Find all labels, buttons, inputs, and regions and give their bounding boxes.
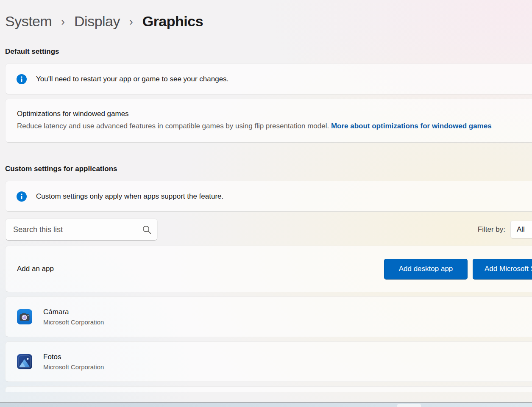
- restart-info-banner: You'll need to restart your app or game …: [5, 64, 532, 94]
- info-icon: [17, 191, 27, 202]
- chevron-right-icon: ›: [61, 14, 65, 28]
- search-box: [5, 219, 158, 241]
- add-microsoft-store-app-button[interactable]: Add Microsoft Store app: [473, 259, 532, 280]
- windowed-games-description-text: Reduce latency and use advanced features…: [17, 122, 331, 130]
- breadcrumb-display[interactable]: Display: [74, 13, 120, 30]
- filter-by-label: Filter by:: [478, 225, 505, 234]
- app-publisher: Microsoft Corporation: [43, 363, 104, 371]
- custom-settings-info-banner: Custom settings only apply when apps sup…: [5, 181, 532, 212]
- search-input[interactable]: [6, 219, 157, 240]
- app-row-photos[interactable]: Fotos Microsoft Corporation: [5, 341, 532, 382]
- section-title-default-settings: Default settings: [5, 47, 532, 57]
- app-row-partial[interactable]: [5, 386, 532, 392]
- windowed-games-description: Reduce latency and use advanced features…: [17, 120, 526, 132]
- photos-app-icon: [17, 354, 32, 369]
- search-icon[interactable]: [142, 225, 151, 234]
- taskbar-button-highlight[interactable]: [397, 404, 421, 407]
- breadcrumb: System › Display › Graphics: [5, 10, 532, 32]
- restart-info-text: You'll need to restart your app or game …: [36, 75, 228, 83]
- add-app-buttons: Add desktop app Add Microsoft Store app: [384, 259, 532, 280]
- info-icon: [17, 74, 27, 84]
- search-filter-row: Filter by: All: [5, 219, 532, 241]
- add-app-card: Add an app Add desktop app Add Microsoft…: [5, 246, 532, 292]
- app-name: Fotos: [43, 352, 104, 362]
- app-info: Fotos Microsoft Corporation: [43, 352, 104, 371]
- graphics-settings-page: System › Display › Graphics Default sett…: [0, 0, 532, 392]
- windowed-games-card: Optimizations for windowed games Reduce …: [5, 99, 532, 143]
- add-desktop-app-button[interactable]: Add desktop app: [384, 259, 468, 280]
- custom-settings-info-text: Custom settings only apply when apps sup…: [36, 192, 223, 201]
- app-publisher: Microsoft Corporation: [43, 318, 104, 327]
- filter-group: Filter by: All: [478, 221, 532, 238]
- camera-app-icon: [17, 309, 32, 324]
- app-row-camera[interactable]: Cámara Microsoft Corporation: [5, 296, 532, 337]
- windowed-games-title: Optimizations for windowed games: [17, 109, 532, 119]
- add-app-label: Add an app: [17, 265, 54, 273]
- chevron-right-icon: ›: [129, 14, 133, 28]
- section-title-custom-settings: Custom settings for applications: [5, 164, 532, 174]
- filter-dropdown-value: All: [517, 225, 525, 234]
- windowed-games-more-link[interactable]: More about optimizations for windowed ga…: [331, 122, 492, 130]
- page-title: Graphics: [142, 13, 203, 30]
- filter-dropdown[interactable]: All: [510, 221, 532, 238]
- app-info: Cámara Microsoft Corporation: [43, 307, 104, 327]
- breadcrumb-system[interactable]: System: [5, 13, 52, 30]
- app-name: Cámara: [43, 307, 104, 317]
- taskbar-edge: [0, 402, 532, 407]
